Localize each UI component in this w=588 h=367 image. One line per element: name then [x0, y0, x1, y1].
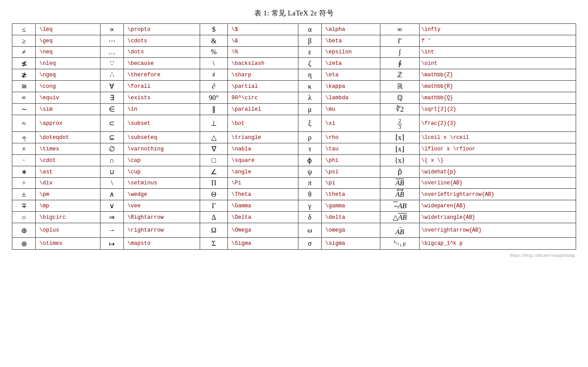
symbol-3: ∂ — [200, 81, 228, 92]
cmd-5: \overline{AB} — [419, 178, 576, 189]
symbol-4: α — [298, 24, 321, 35]
cmd-5: \wideparen{AB} — [419, 200, 576, 212]
cmd-1: \approx — [36, 115, 100, 132]
symbol-4: γ — [298, 200, 321, 212]
cmd-3: 90^\circ — [227, 92, 298, 104]
cmd-4: \eta — [321, 69, 380, 81]
cmd-5: \lceil x \rceil — [419, 132, 576, 143]
table-row: ∓\mp∨\veeΓ\Gammaγ\gamma⌢AB\wideparen{AB} — [12, 200, 576, 212]
symbol-1: ⊗ — [12, 238, 36, 249]
cmd-1: \cdot — [36, 155, 100, 166]
symbol-5: AB⟺ — [380, 189, 420, 200]
symbol-5: ℝ — [380, 81, 420, 92]
symbol-4: ω — [298, 223, 321, 238]
cmd-4: \beta — [321, 35, 380, 47]
footer-url: https://blog.csdn.net/wangmliang — [510, 252, 584, 258]
symbol-5: ∛2 — [380, 104, 420, 115]
cmd-4: \delta — [321, 212, 380, 223]
cmd-3: \Omega — [227, 223, 298, 238]
cmd-5: \{ x \} — [419, 155, 576, 166]
symbol-5: ⌢AB — [380, 200, 420, 212]
cmd-2: \propto — [123, 24, 200, 35]
cmd-1: \oplus — [36, 223, 100, 238]
symbol-1: ≰ — [12, 58, 36, 69]
symbol-4: λ — [298, 92, 321, 104]
cmd-1: \nleq — [36, 58, 100, 69]
cmd-4: \psi — [321, 166, 380, 178]
cmd-4: \xi — [321, 115, 380, 132]
cmd-5: \bigcap_1^k p — [419, 238, 576, 249]
cmd-3: \Pi — [227, 178, 298, 189]
symbol-2: ∃ — [100, 92, 123, 104]
symbol-4: θ — [298, 189, 321, 200]
cmd-4: \zeta — [321, 58, 380, 69]
symbol-3: % — [200, 47, 228, 58]
cmd-1: \ast — [36, 166, 100, 178]
cmd-3: \nabla — [227, 143, 298, 155]
symbol-5: k∩1 p — [380, 238, 420, 249]
symbol-5: ℤ — [380, 69, 420, 81]
cmd-3: \backslash — [227, 58, 298, 69]
symbol-4: τ — [298, 143, 321, 155]
symbol-2: ∪ — [100, 166, 123, 178]
cmd-1: \equiv — [36, 92, 100, 104]
symbol-1: ⊕ — [12, 223, 36, 238]
cmd-4: \rho — [321, 132, 380, 143]
cmd-1: \cong — [36, 81, 100, 92]
symbol-2: ∵ — [100, 58, 123, 69]
cmd-1: \times — [36, 143, 100, 155]
symbol-1: ∗ — [12, 166, 36, 178]
table-row: ·\cdot∩\cap□\squareϕ\phi{x}\{ x \} — [12, 155, 576, 166]
symbol-3: ♯ — [200, 69, 228, 81]
table-row: ⊗\otimes↦\mapstoΣ\Sigmaσ\sigmak∩1 p\bigc… — [12, 238, 576, 249]
symbol-2: \ — [100, 178, 123, 189]
symbol-1: ○ — [12, 212, 36, 223]
table-row: ∗\ast∪\cup∠\angleψ\psip̂\widehat{p} — [12, 166, 576, 178]
symbol-2: ∨ — [100, 200, 123, 212]
cmd-1: \doteqdot — [36, 132, 100, 143]
table-row: ≤\leq∝\propto$\$α\alpha∞\infty — [12, 24, 576, 35]
symbol-1: ≅ — [12, 81, 36, 92]
symbol-1: × — [12, 143, 36, 155]
cmd-4: \tau — [321, 143, 380, 155]
cmd-2: \forall — [123, 81, 200, 92]
cmd-2: \therefore — [123, 69, 200, 81]
symbol-1: ÷̣ — [12, 132, 36, 143]
symbol-2: ∧ — [100, 189, 123, 200]
cmd-1: \sim — [36, 104, 100, 115]
symbol-3: Π — [200, 178, 228, 189]
symbol-4: ζ — [298, 58, 321, 69]
symbol-4: ψ — [298, 166, 321, 178]
symbol-2: ∴ — [100, 69, 123, 81]
symbol-1: ≡ — [12, 92, 36, 104]
cmd-1: \bigcirc — [36, 212, 100, 223]
cmd-3: \Sigma — [227, 238, 298, 249]
symbol-1: ≠ — [12, 47, 36, 58]
cmd-4: \gamma — [321, 200, 380, 212]
symbol-3: Θ — [200, 189, 228, 200]
symbol-5: →AB — [380, 223, 420, 238]
symbol-3: \ — [200, 58, 228, 69]
cmd-2: \mapsto — [123, 238, 200, 249]
cmd-3: \sharp — [227, 69, 298, 81]
cmd-5: \mathbb{R} — [419, 81, 576, 92]
symbol-3: Δ — [200, 212, 228, 223]
cmd-5: \lfloor x \rfloor — [419, 143, 576, 155]
cmd-5: \overleftrightarrow{AB} — [419, 189, 576, 200]
symbol-5: ∞ — [380, 24, 420, 35]
cmd-2: \dots — [123, 47, 200, 58]
symbol-4: η — [298, 69, 321, 81]
cmd-2: \cup — [123, 166, 200, 178]
cmd-2: \vee — [123, 200, 200, 212]
symbol-5: ∫ — [380, 47, 420, 58]
table-row: ≡\equiv∃\exists90°90^\circλ\lambdaℚ\math… — [12, 92, 576, 104]
cmd-5: \widetriangle{AB} — [419, 212, 576, 223]
cmd-2: \subset — [123, 115, 200, 132]
symbol-2: … — [100, 47, 123, 58]
symbol-3: ⊥ — [200, 115, 228, 132]
table-row: ≱\ngeq∴\therefore♯\sharpη\etaℤ\mathbb{Z} — [12, 69, 576, 81]
symbol-5: 23 — [380, 115, 420, 132]
symbol-3: ∠ — [200, 166, 228, 178]
symbol-1: ÷ — [12, 178, 36, 189]
symbol-4: ϕ — [298, 155, 321, 166]
